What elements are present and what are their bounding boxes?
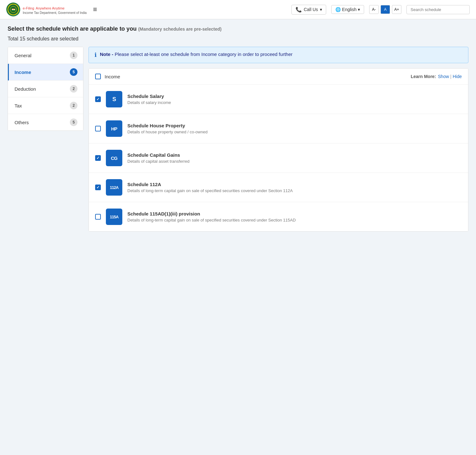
font-reset-button[interactable]: A xyxy=(381,5,390,14)
sidebar-badge-income: 5 xyxy=(70,68,77,76)
sidebar-item-deduction[interactable]: Deduction 2 xyxy=(8,81,83,97)
total-selected: Total 15 schedules are selected xyxy=(8,36,468,42)
note-label: Note - xyxy=(100,52,113,57)
font-smaller-button[interactable]: A- xyxy=(369,5,379,14)
sidebar-label-deduction: Deduction xyxy=(15,86,36,92)
salary-desc: Details of salary income xyxy=(127,100,462,105)
language-label: English xyxy=(342,7,357,12)
income-header-row: Income Learn More: Show | Hide xyxy=(89,69,468,85)
sidebar-badge-others: 5 xyxy=(70,118,77,126)
salary-name: Schedule Salary xyxy=(127,94,462,99)
call-us-label: Call Us xyxy=(304,7,318,12)
schedule-item-115ad: 115A Schedule 115AD(1)(iii) provision De… xyxy=(89,202,468,231)
schedule-list: Income Learn More: Show | Hide S Schedul… xyxy=(88,68,468,232)
house-property-desc: Details of house property owned / co-own… xyxy=(127,130,462,134)
search-input[interactable] xyxy=(406,5,470,14)
sidebar-badge-general: 1 xyxy=(70,52,77,59)
income-section-label: Income xyxy=(105,74,120,79)
sidebar-label-income: Income xyxy=(15,70,31,75)
globe-icon: 🌐 xyxy=(335,7,341,12)
logo-area: 🇮🇳 e-Filing Anywhere Anytime Income Tax … xyxy=(6,3,87,16)
salary-info: Schedule Salary Details of salary income xyxy=(127,94,462,105)
layout: General 1 Income 5 Deduction 2 Tax 2 Oth… xyxy=(8,47,468,232)
sidebar-label-general: General xyxy=(15,53,31,58)
schedule-112a-desc: Details of long-term capital gain on sal… xyxy=(127,188,462,193)
schedule-115ad-icon: 115A xyxy=(106,209,122,225)
house-property-checkbox[interactable] xyxy=(95,126,101,131)
logo-text: e-Filing Anywhere Anytime Income Tax Dep… xyxy=(23,4,87,15)
schedule-item-salary: S Schedule Salary Details of salary inco… xyxy=(89,85,468,114)
house-property-icon: HP xyxy=(106,120,122,137)
main-content: Select the schedule which are applicable… xyxy=(0,19,476,238)
logo-tagline: Anywhere Anytime xyxy=(36,6,64,10)
learn-more: Learn More: Show | Hide xyxy=(411,74,462,79)
call-us-chevron: ▾ xyxy=(320,7,322,12)
note-banner: ℹ Note - Please select at-least one sche… xyxy=(88,47,468,63)
learn-more-label: Learn More: xyxy=(411,74,436,79)
capital-gains-checkbox[interactable] xyxy=(95,155,101,161)
sidebar-item-tax[interactable]: Tax 2 xyxy=(8,97,83,114)
schedule-item-house-property: HP Schedule House Property Details of ho… xyxy=(89,114,468,143)
page-header: Select the schedule which are applicable… xyxy=(8,26,468,32)
font-larger-button[interactable]: A+ xyxy=(392,5,401,14)
salary-checkbox[interactable] xyxy=(95,96,101,102)
sidebar-item-others[interactable]: Others 5 xyxy=(8,114,83,130)
capital-gains-info: Schedule Capital Gains Details of capita… xyxy=(127,152,462,164)
house-property-name: Schedule House Property xyxy=(127,123,462,128)
house-property-info: Schedule House Property Details of house… xyxy=(127,123,462,134)
header: 🇮🇳 e-Filing Anywhere Anytime Income Tax … xyxy=(0,0,476,19)
page-subtitle: (Mandatory schedules are pre-selected) xyxy=(138,27,222,32)
language-button[interactable]: 🌐 English ▾ xyxy=(331,5,364,14)
capital-gains-icon: CG xyxy=(106,150,122,166)
schedule-115ad-checkbox[interactable] xyxy=(95,214,101,220)
call-us-button[interactable]: 📞 Call Us ▾ xyxy=(291,5,326,15)
schedule-112a-checkbox[interactable] xyxy=(95,185,101,190)
info-icon: ℹ xyxy=(95,52,97,58)
sidebar-badge-deduction: 2 xyxy=(70,85,77,93)
phone-icon: 📞 xyxy=(296,7,302,13)
capital-gains-name: Schedule Capital Gains xyxy=(127,152,462,158)
note-text: Note - Please select at-least one schedu… xyxy=(100,52,292,57)
capital-gains-desc: Details of capital asset transferred xyxy=(127,159,462,164)
income-header-left: Income xyxy=(95,74,120,79)
divider: | xyxy=(450,74,452,79)
sidebar-badge-tax: 2 xyxy=(70,102,77,109)
header-right: 📞 Call Us ▾ 🌐 English ▾ A- A A+ xyxy=(291,5,470,15)
svg-text:🇮🇳: 🇮🇳 xyxy=(12,8,15,12)
schedule-115ad-desc: Details of long-term capital gain on sal… xyxy=(127,218,462,222)
schedule-112a-name: Schedule 112A xyxy=(127,182,462,187)
sidebar-item-income[interactable]: Income 5 xyxy=(8,64,83,81)
income-section-checkbox[interactable] xyxy=(95,74,101,79)
content-panel: ℹ Note - Please select at-least one sche… xyxy=(88,47,468,232)
emblem-icon: 🇮🇳 xyxy=(6,3,20,16)
sidebar-label-tax: Tax xyxy=(15,103,22,108)
schedule-item-112a: 112A Schedule 112A Details of long-term … xyxy=(89,173,468,202)
show-link[interactable]: Show xyxy=(438,74,449,79)
logo-title-main: e-Filing xyxy=(23,6,34,10)
font-size-controls: A- A A+ xyxy=(369,5,401,14)
sidebar-item-general[interactable]: General 1 xyxy=(8,47,83,64)
schedule-115ad-name: Schedule 115AD(1)(iii) provision xyxy=(127,211,462,216)
hide-link[interactable]: Hide xyxy=(453,74,462,79)
language-chevron: ▾ xyxy=(358,7,360,12)
logo-subtitle: Income Tax Department, Government of Ind… xyxy=(23,11,87,15)
schedule-115ad-info: Schedule 115AD(1)(iii) provision Details… xyxy=(127,211,462,222)
page-title: Select the schedule which are applicable… xyxy=(8,26,468,32)
salary-icon: S xyxy=(106,91,122,107)
schedule-112a-icon: 112A xyxy=(106,179,122,196)
schedule-112a-info: Schedule 112A Details of long-term capit… xyxy=(127,182,462,193)
schedule-item-capital-gains: CG Schedule Capital Gains Details of cap… xyxy=(89,143,468,173)
header-left: 🇮🇳 e-Filing Anywhere Anytime Income Tax … xyxy=(6,3,100,16)
hamburger-menu[interactable]: ≡ xyxy=(90,4,100,15)
sidebar-label-others: Others xyxy=(15,120,29,125)
sidebar: General 1 Income 5 Deduction 2 Tax 2 Oth… xyxy=(8,47,83,131)
